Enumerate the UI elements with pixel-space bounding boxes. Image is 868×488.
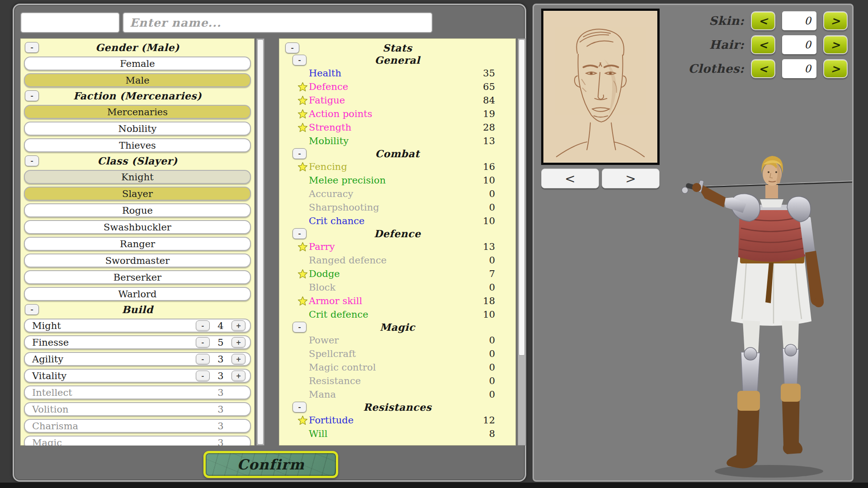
stat-name: Armor skill xyxy=(309,296,362,306)
stat-value: 0 xyxy=(489,348,495,359)
build-label: Might xyxy=(25,320,196,331)
skin-prev-button[interactable]: < xyxy=(751,11,775,30)
option-rogue[interactable]: Rogue xyxy=(24,203,251,217)
stat-value: 65 xyxy=(483,81,495,92)
clothes-prev-button[interactable]: < xyxy=(751,59,775,78)
stat-value: 12 xyxy=(483,415,495,426)
option-ranger[interactable]: Ranger xyxy=(24,237,251,251)
star-icon xyxy=(296,162,309,172)
stat-value: 0 xyxy=(489,255,495,266)
build-label: Vitality xyxy=(25,371,196,381)
stat-row-power: Power 0 xyxy=(279,333,516,347)
collapse-button[interactable]: - xyxy=(292,228,307,239)
stat-value: 0 xyxy=(489,202,495,213)
portrait-image xyxy=(541,9,660,165)
collapse-button[interactable]: - xyxy=(25,304,39,315)
build-value: 3 xyxy=(210,437,231,446)
skin-next-button[interactable]: > xyxy=(823,11,848,30)
stat-row-magic-control: Magic control 0 xyxy=(279,361,516,374)
collapse-button[interactable]: - xyxy=(292,148,307,159)
name-input[interactable] xyxy=(123,12,433,33)
collapse-button[interactable]: - xyxy=(25,155,39,166)
increase-button[interactable]: + xyxy=(231,337,245,348)
stepper-label: Hair: xyxy=(672,38,744,52)
stat-row-parry: Parry 13 xyxy=(279,240,516,253)
options-scrollbar[interactable] xyxy=(256,38,264,446)
build-row-finesse: Finesse - 5 + xyxy=(24,335,251,349)
scrollbar-thumb[interactable] xyxy=(257,39,264,445)
decrease-button[interactable]: - xyxy=(196,337,210,348)
option-male[interactable]: Male xyxy=(24,73,251,87)
option-knight[interactable]: Knight xyxy=(24,170,251,184)
stats-group-header-general: - General xyxy=(279,54,516,66)
stepper-hair: Hair: < 0 > xyxy=(672,35,848,54)
confirm-button[interactable]: Confirm xyxy=(203,451,338,478)
stat-value: 7 xyxy=(489,268,495,279)
option-berserker[interactable]: Berserker xyxy=(24,270,251,284)
option-swashbuckler[interactable]: Swashbuckler xyxy=(24,220,251,234)
stat-value: 18 xyxy=(483,296,495,306)
option-slayer[interactable]: Slayer xyxy=(24,187,251,201)
hair-prev-button[interactable]: < xyxy=(751,35,775,54)
skin-value: 0 xyxy=(782,11,816,30)
portrait-nav: < > xyxy=(541,169,660,188)
stat-name: Sharpshooting xyxy=(309,202,379,213)
build-label: Agility xyxy=(25,354,196,365)
stat-value: 13 xyxy=(483,136,495,146)
stat-name: Accuracy xyxy=(309,188,353,199)
increase-button[interactable]: + xyxy=(231,371,245,381)
build-label: Intellect xyxy=(25,387,196,398)
stat-name: Parry xyxy=(309,241,335,252)
build-value: 3 xyxy=(210,387,231,398)
build-value: 3 xyxy=(210,404,231,415)
stat-value: 0 xyxy=(489,282,495,293)
decrease-button[interactable]: - xyxy=(196,320,210,331)
stat-row-action-points: Action points 19 xyxy=(279,107,516,121)
option-nobility[interactable]: Nobility xyxy=(24,122,251,136)
option-swordmaster[interactable]: Swordmaster xyxy=(24,253,251,267)
collapse-button[interactable]: - xyxy=(25,42,39,53)
collapse-button[interactable]: - xyxy=(285,42,299,53)
decrease-button[interactable]: - xyxy=(196,371,210,381)
collapse-button[interactable]: - xyxy=(292,322,307,333)
stat-name: Spellcraft xyxy=(309,348,356,359)
stat-name: Resistance xyxy=(309,375,361,386)
stat-row-fencing: Fencing 16 xyxy=(279,160,516,174)
increase-button[interactable]: + xyxy=(231,354,245,365)
stat-row-spellcraft: Spellcraft 0 xyxy=(279,347,516,361)
stat-name: Fortitude xyxy=(309,415,354,426)
increase-button[interactable]: + xyxy=(231,320,245,331)
option-mercenaries[interactable]: Mercenaries xyxy=(24,105,251,119)
option-warlord[interactable]: Warlord xyxy=(24,287,251,301)
section-title: Build xyxy=(23,304,252,316)
stat-value: 13 xyxy=(483,241,495,252)
appearance-panel: < > Skin: < 0 > Hair: < 0 > Clothes: < 0… xyxy=(533,4,854,482)
collapse-button[interactable]: - xyxy=(25,90,39,101)
section-header-build: - Build xyxy=(23,304,252,316)
option-thieves[interactable]: Thieves xyxy=(24,138,251,152)
clothes-next-button[interactable]: > xyxy=(823,59,848,78)
stat-row-strength: Strength 28 xyxy=(279,121,516,134)
stat-row-crit-defence: Crit defence 10 xyxy=(279,308,516,321)
stat-name: Fencing xyxy=(309,161,347,172)
group-title: General xyxy=(279,54,516,66)
portrait-prev-button[interactable]: < xyxy=(541,169,599,188)
portrait-next-button[interactable]: > xyxy=(602,169,660,188)
build-value: 5 xyxy=(210,337,231,348)
stats-scrollbar[interactable] xyxy=(518,38,526,446)
decrease-button[interactable]: - xyxy=(196,354,210,365)
section-title: Gender (Male) xyxy=(23,42,252,54)
stepper-label: Skin: xyxy=(672,14,744,28)
option-female[interactable]: Female xyxy=(24,56,251,70)
build-row-charisma: Charisma - 3 + xyxy=(24,419,251,433)
collapse-button[interactable]: - xyxy=(292,402,307,413)
collapse-button[interactable]: - xyxy=(292,55,307,66)
small-field[interactable] xyxy=(20,12,120,33)
hair-next-button[interactable]: > xyxy=(823,35,848,54)
stat-row-sharpshooting: Sharpshooting 0 xyxy=(279,201,516,214)
build-row-vitality: Vitality - 3 + xyxy=(24,369,251,383)
stats-group-header-magic: - Magic xyxy=(279,321,516,333)
scrollbar-thumb[interactable] xyxy=(519,39,525,356)
section-header-gender: - Gender (Male) xyxy=(23,42,252,54)
stat-row-mobility: Mobility 13 xyxy=(279,134,516,148)
